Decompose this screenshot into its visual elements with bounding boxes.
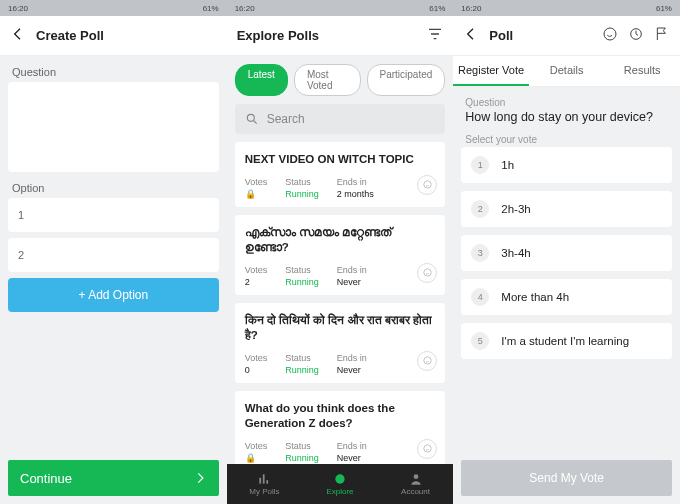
status-bar: 16:20 61% [453,0,680,16]
option-label: Option [12,182,219,194]
vote-option[interactable]: 22h-3h [461,191,672,227]
filter-chips: Latest Most Voted Participated [235,64,446,96]
nav-account[interactable]: Account [378,464,454,504]
poll-meta: Votes🔒StatusRunningEnds in2 months [245,177,436,199]
status-battery: 61% [429,4,445,13]
vote-option[interactable]: 33h-4h [461,235,672,271]
chip-latest[interactable]: Latest [235,64,288,96]
header: Explore Polls [227,16,454,56]
flag-icon[interactable] [654,26,670,46]
svg-point-2 [424,269,431,276]
poll-meta: Votes2StatusRunningEnds inNever [245,265,436,287]
whatsapp-share-icon[interactable] [417,439,437,459]
question-label: Question [12,66,219,78]
svg-rect-6 [260,478,262,484]
status-bar: 16:20 61% [227,0,454,16]
status-battery: 61% [656,4,672,13]
option-text: More than 4h [501,291,569,303]
poll-card[interactable]: എക്സാം സമയം മറ്റേണ്ടത് ഉണ്ടോ?Votes2Statu… [235,215,446,295]
option-row[interactable]: 1 [8,198,219,232]
nav-my-polls[interactable]: My Polls [227,464,303,504]
poll-meta: Votes🔒StatusRunningEnds inNever [245,441,436,463]
status-time: 16:20 [235,4,255,13]
history-icon[interactable] [628,26,644,46]
vote-option[interactable]: 4More than 4h [461,279,672,315]
page-title: Create Poll [36,28,217,43]
continue-button[interactable]: Continue [8,460,219,496]
svg-point-0 [247,114,254,121]
poll-title: NEXT VIDEO ON WITCH TOPIC [245,152,436,167]
question-input[interactable] [8,82,219,172]
body: Question How long do stay on your device… [453,87,680,504]
page-title: Poll [489,28,592,43]
svg-point-1 [424,181,431,188]
svg-point-3 [424,357,431,364]
tab-details[interactable]: Details [529,56,605,86]
status-time: 16:20 [461,4,481,13]
option-row[interactable]: 2 [8,238,219,272]
poll-card[interactable]: NEXT VIDEO ON WITCH TOPICVotes🔒StatusRun… [235,142,446,207]
nav-explore[interactable]: Explore [302,464,378,504]
tab-register-vote[interactable]: Register Vote [453,56,529,86]
back-icon[interactable] [463,26,479,46]
select-vote-label: Select your vote [465,134,668,145]
search-input[interactable]: Search [235,104,446,134]
whatsapp-share-icon[interactable] [417,175,437,195]
poll-title: What do you think does the Generation Z … [245,401,436,431]
chevron-right-icon [193,471,207,485]
svg-point-11 [604,28,616,40]
whatsapp-share-icon[interactable] [417,351,437,371]
option-number: 4 [471,288,489,306]
svg-rect-8 [267,480,269,484]
send-vote-button[interactable]: Send My Vote [461,460,672,496]
search-icon [245,112,259,126]
explore-polls-screen: 16:20 61% Explore Polls Latest Most Vote… [227,0,454,504]
tab-results[interactable]: Results [604,56,680,86]
filter-icon[interactable] [427,26,443,46]
svg-point-9 [335,474,344,483]
svg-point-10 [413,474,418,479]
poll-card[interactable]: किन दो तिथियों को दिन और रात बराबर होता … [235,303,446,383]
create-poll-screen: 16:20 61% Create Poll Question Option 1 … [0,0,227,504]
question-text: How long do stay on your device? [465,110,668,124]
whatsapp-icon[interactable] [602,26,618,46]
chip-participated[interactable]: Participated [367,64,446,96]
page-title: Explore Polls [237,28,418,43]
status-bar: 16:20 61% [0,0,227,16]
status-battery: 61% [203,4,219,13]
bottom-nav: My Polls Explore Account [227,464,454,504]
chip-most-voted[interactable]: Most Voted [294,64,361,96]
poll-title: किन दो तिथियों को दिन और रात बराबर होता … [245,313,436,343]
svg-point-4 [424,445,431,452]
whatsapp-share-icon[interactable] [417,263,437,283]
tabs: Register Vote Details Results [453,56,680,87]
add-option-button[interactable]: + Add Option [8,278,219,312]
header: Poll [453,16,680,56]
option-text: I'm a student I'm learning [501,335,629,347]
back-icon[interactable] [10,26,26,46]
option-text: 2h-3h [501,203,530,215]
body: Latest Most Voted Participated Search NE… [227,56,454,504]
option-number: 3 [471,244,489,262]
option-number: 1 [471,156,489,174]
poll-meta: Votes0StatusRunningEnds inNever [245,353,436,375]
option-number: 2 [471,200,489,218]
header: Create Poll [0,16,227,56]
option-text: 1h [501,159,514,171]
poll-card[interactable]: What do you think does the Generation Z … [235,391,446,471]
question-label: Question [465,97,668,108]
vote-option[interactable]: 11h [461,147,672,183]
svg-rect-7 [263,474,265,483]
vote-option[interactable]: 5I'm a student I'm learning [461,323,672,359]
poll-title: എക്സാം സമയം മറ്റേണ്ടത് ഉണ്ടോ? [245,225,436,255]
option-number: 5 [471,332,489,350]
poll-detail-screen: 16:20 61% Poll Register Vote Details Res… [453,0,680,504]
body: Question Option 1 2 + Add Option [0,56,227,504]
status-time: 16:20 [8,4,28,13]
option-text: 3h-4h [501,247,530,259]
